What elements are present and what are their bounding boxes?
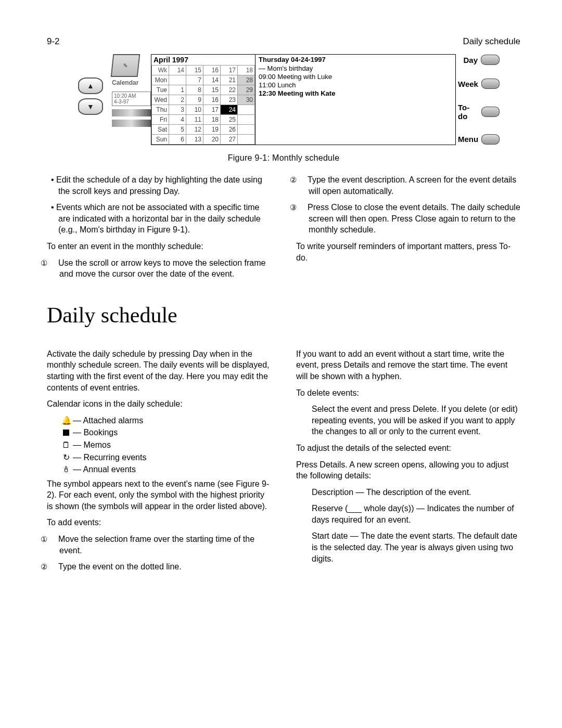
legend-row: 🕯— Annual events: [61, 464, 271, 475]
softkey-button: [481, 107, 500, 117]
paragraph: To write yourself reminders of important…: [296, 241, 520, 263]
softkey-menu: Menu: [458, 134, 500, 145]
legend-row: 🔔— Attached alarms: [61, 415, 271, 426]
paragraph: Press Details. A new screen opens, allow…: [296, 459, 520, 482]
softkey-button: [481, 79, 500, 89]
softkey-day: Day: [458, 55, 500, 65]
section-heading: Daily schedule: [47, 303, 520, 328]
month-title: April 1997: [151, 55, 255, 65]
paragraph: The symbol appears next to the event's n…: [47, 478, 271, 512]
mini-bar-2: [112, 120, 151, 127]
step: ①Move the selection frame over the start…: [47, 534, 271, 556]
step: ②Type the event on the dotted line.: [47, 561, 271, 573]
paragraph: To add events:: [47, 517, 271, 528]
scroll-up-icon: ▲: [78, 77, 103, 94]
softkey-button: [481, 134, 500, 145]
step: ②Type the event description. A screen fo…: [296, 174, 520, 197]
day-event-list: Thursday 04-24-1997 — Mom's birthday09:0…: [256, 54, 456, 145]
softkey-to-do: To-do: [458, 103, 500, 121]
figure-caption: Figure 9-1: Monthly schedule: [47, 153, 520, 163]
step: ①Use the scroll or arrow keys to move th…: [47, 257, 271, 280]
page-number: 9-2: [47, 36, 60, 47]
page-title: Daily schedule: [463, 36, 520, 47]
legend-row: — Bookings: [61, 427, 271, 438]
softkey-week: Week: [458, 79, 500, 89]
event-row: 12:30 Meeting with Kate: [259, 89, 452, 97]
paragraph: To delete events:: [296, 387, 520, 399]
day-header: Thursday 04-24-1997: [259, 56, 452, 63]
clock-readout: 10:20 AM 4-3-97: [112, 92, 151, 106]
bullet: Events which are not be associated with …: [47, 202, 271, 236]
calendar-icon: ✎: [111, 54, 140, 77]
month-grid: April 1997 Wk1415161718Mon7142128Tue1815…: [151, 54, 256, 145]
detail-item: Reserve (___ whole day(s)) — Indicates t…: [312, 503, 520, 525]
paragraph: Activate the daily schedule by pressing …: [47, 348, 271, 393]
paragraph: If you want to add an event without a st…: [296, 348, 520, 382]
detail-item: Start date — The date the event starts. …: [312, 530, 520, 564]
icon-legend: 🔔— Attached alarms— Bookings🗒— Memos↻— R…: [61, 415, 271, 475]
monthly-schedule-screenshot: ▲ ▼ ✎ Calendar 10:20 AM 4-3-97 April 199…: [78, 54, 500, 145]
event-row: 11:00 Lunch: [259, 81, 452, 89]
detail-item: Description — The description of the eve…: [312, 487, 520, 498]
paragraph: Calendar icons in the daily schedule:: [47, 398, 271, 410]
legend-row: ↻— Recurring events: [61, 452, 271, 463]
softkey-button: [481, 55, 500, 65]
event-row: 09:00 Meeting with Luke: [259, 73, 452, 81]
scroll-down-icon: ▼: [78, 98, 103, 115]
bullet: Edit the schedule of a day by highlighti…: [47, 174, 271, 197]
calendar-label: Calendar: [112, 79, 151, 86]
step: ③Press Close to close the event details.…: [296, 202, 520, 236]
legend-row: 🗒— Memos: [61, 439, 271, 451]
mini-bar-1: [112, 109, 151, 116]
event-row: — Mom's birthday: [259, 64, 452, 72]
paragraph: To adjust the details of the selected ev…: [296, 443, 520, 454]
paragraph: To enter an event in the monthly schedul…: [47, 241, 271, 252]
paragraph: Select the event and press Delete. If yo…: [312, 404, 520, 437]
